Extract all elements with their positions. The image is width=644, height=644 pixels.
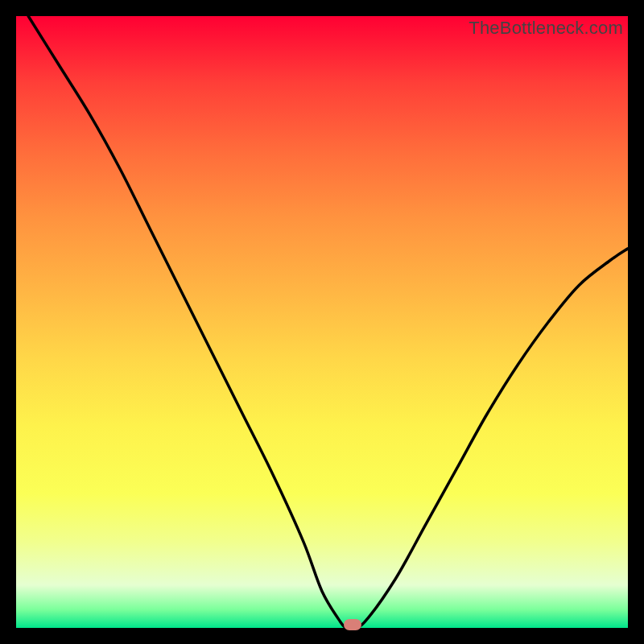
plot-area: TheBottleneck.com — [16, 16, 628, 628]
chart-frame: TheBottleneck.com — [0, 0, 644, 644]
bottleneck-curve — [16, 16, 628, 628]
min-marker — [344, 619, 361, 630]
watermark-text: TheBottleneck.com — [469, 18, 623, 39]
